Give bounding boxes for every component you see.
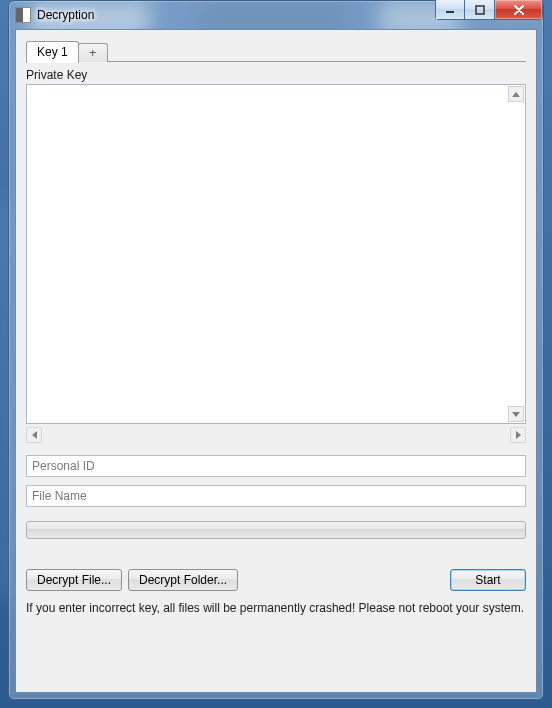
titlebar[interactable]: Decryption xyxy=(9,1,543,29)
chevron-down-icon xyxy=(512,412,520,417)
minimize-button[interactable] xyxy=(435,0,465,20)
chevron-left-icon xyxy=(32,431,37,439)
close-icon xyxy=(513,5,525,15)
start-button[interactable]: Start xyxy=(450,569,526,591)
private-key-textarea-wrap xyxy=(26,84,526,424)
private-key-textarea[interactable] xyxy=(27,85,525,423)
chevron-right-icon xyxy=(516,431,521,439)
file-name-field[interactable] xyxy=(26,485,526,507)
personal-id-field[interactable] xyxy=(26,455,526,477)
textarea-scroll-up[interactable] xyxy=(508,86,524,102)
svg-rect-1 xyxy=(476,6,484,14)
app-icon xyxy=(15,7,31,23)
tab-add-button[interactable]: + xyxy=(78,43,108,62)
app-window: Decryption Key 1 + Private Key xyxy=(8,0,544,700)
horizontal-scrollbar[interactable] xyxy=(26,427,526,443)
tabs-row: Key 1 + xyxy=(26,40,526,62)
minimize-icon xyxy=(445,5,455,15)
close-button[interactable] xyxy=(495,0,543,20)
client-area: Key 1 + Private Key Decrypt File... Decr… xyxy=(15,29,537,693)
window-title: Decryption xyxy=(37,8,94,22)
svg-rect-0 xyxy=(446,11,454,13)
caption-buttons xyxy=(435,0,543,20)
decrypt-file-button[interactable]: Decrypt File... xyxy=(26,569,122,591)
chevron-up-icon xyxy=(512,92,520,97)
hscroll-right-button[interactable] xyxy=(510,427,526,443)
progress-bar xyxy=(26,521,526,539)
hscroll-left-button[interactable] xyxy=(26,427,42,443)
warning-text: If you enter incorrect key, all files wi… xyxy=(26,601,526,615)
button-row: Decrypt File... Decrypt Folder... Start xyxy=(26,569,526,591)
decrypt-folder-button[interactable]: Decrypt Folder... xyxy=(128,569,238,591)
maximize-button[interactable] xyxy=(465,0,495,20)
textarea-scroll-down[interactable] xyxy=(508,406,524,422)
tab-key-1[interactable]: Key 1 xyxy=(26,41,79,63)
maximize-icon xyxy=(475,5,485,15)
private-key-label: Private Key xyxy=(26,68,526,82)
